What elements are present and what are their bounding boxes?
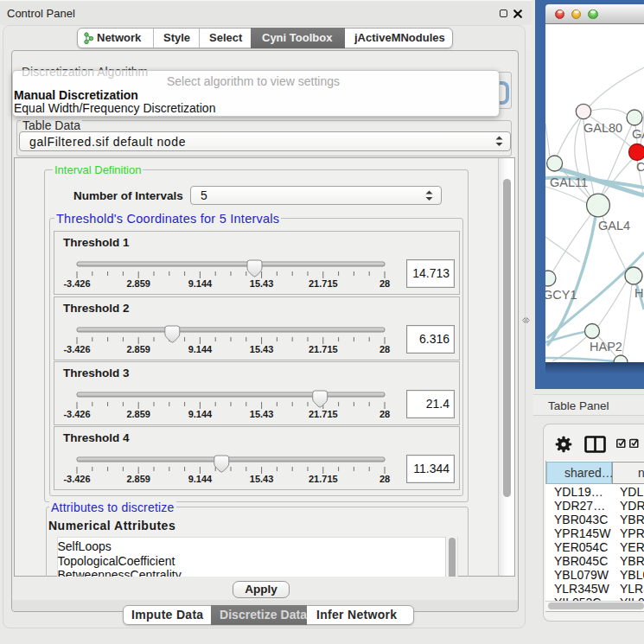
svg-text:15.43: 15.43	[250, 409, 274, 419]
svg-text:21.715: 21.715	[309, 278, 338, 289]
svg-text:2.859: 2.859	[126, 409, 150, 419]
svg-text:9.144: 9.144	[188, 474, 213, 484]
svg-text:15.43: 15.43	[250, 474, 274, 484]
svg-text:9.144: 9.144	[188, 344, 213, 354]
svg-text:9.144: 9.144	[188, 278, 213, 289]
svg-text:21.715: 21.715	[309, 409, 338, 419]
svg-text:21.715: 21.715	[309, 474, 338, 484]
svg-text:28: 28	[379, 474, 390, 484]
svg-text:-3.426: -3.426	[63, 409, 90, 419]
svg-text:28: 28	[379, 344, 390, 354]
svg-text:15.43: 15.43	[250, 278, 274, 289]
svg-text:GAL80: GAL80	[583, 121, 622, 135]
svg-text:28: 28	[379, 409, 390, 419]
svg-text:GCY1: GCY1	[545, 288, 577, 302]
svg-text:9.144: 9.144	[188, 409, 213, 419]
svg-text:HAP2: HAP2	[590, 340, 622, 354]
svg-text:H: H	[634, 286, 643, 300]
svg-text:GA: GA	[632, 127, 644, 141]
svg-text:-3.426: -3.426	[63, 474, 90, 484]
svg-text:-3.426: -3.426	[63, 344, 90, 354]
svg-text:2.859: 2.859	[126, 344, 150, 354]
svg-text:15.43: 15.43	[250, 344, 274, 354]
svg-text:28: 28	[379, 278, 390, 289]
svg-text:21.715: 21.715	[309, 344, 338, 354]
svg-text:GAL4: GAL4	[598, 219, 630, 233]
svg-text:-3.426: -3.426	[63, 278, 90, 289]
svg-text:2.859: 2.859	[126, 474, 150, 484]
svg-text:C: C	[636, 160, 644, 174]
svg-text:2.859: 2.859	[126, 278, 150, 289]
svg-text:GAL11: GAL11	[550, 175, 588, 189]
